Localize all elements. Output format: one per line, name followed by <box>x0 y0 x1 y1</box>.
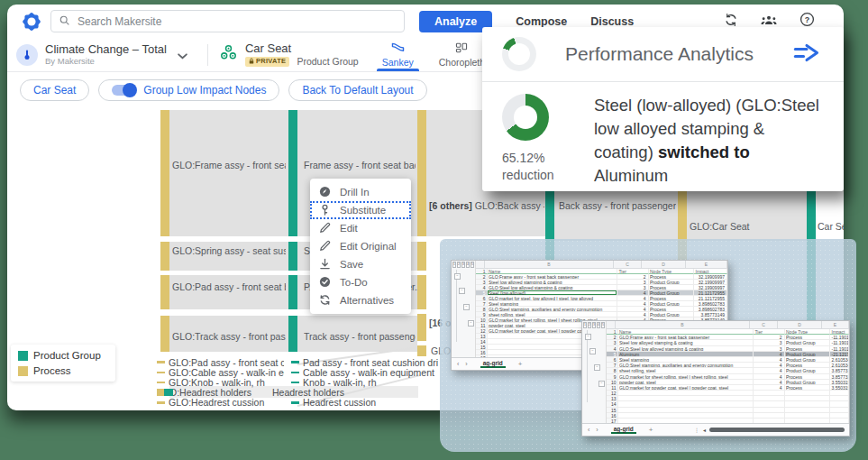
sankey-node-bar[interactable] <box>417 110 426 236</box>
menu-item-edit-original[interactable]: Edit Original <box>310 237 411 255</box>
node-label[interactable]: GLO:Spring assy - seat suspensi... <box>172 245 286 256</box>
metric-title: Climate Change – Total <box>45 43 167 57</box>
node-label[interactable]: GLO:Pad assy - front seat back p... <box>172 281 286 292</box>
sheet-next-icon[interactable]: › <box>465 361 467 367</box>
node-label[interactable]: GLO:Car Seat <box>690 221 798 232</box>
column-letters: B C D E <box>476 261 727 269</box>
toggle-switch[interactable] <box>112 85 136 96</box>
sheet-tab[interactable]: ag-grid <box>480 360 506 368</box>
spreadsheet-window-after: 12345 − − − − B C D E 1 Name <box>581 320 850 437</box>
scroll-left-icon[interactable]: ◂ <box>703 427 706 433</box>
node-label[interactable]: Car Se... <box>818 221 844 232</box>
column-letters: B C D E <box>607 321 849 329</box>
collapse-box[interactable]: − <box>594 364 600 371</box>
collapse-box[interactable]: − <box>463 304 470 310</box>
node-label[interactable]: Track assy - front passenger seat... <box>304 331 416 342</box>
sankey-node-bar[interactable] <box>417 314 426 341</box>
sheet-tab[interactable]: ag-grid <box>611 426 636 434</box>
sankey-node-bar[interactable] <box>288 110 297 236</box>
substitution-description: Steel (low-alloyed) (GLO:Steel low alloy… <box>594 94 822 188</box>
sankey-node-bar[interactable] <box>288 275 297 309</box>
node-label[interactable]: [6 others] GLO:Back assy - frc... <box>429 200 544 211</box>
collapse-box[interactable]: − <box>459 288 465 294</box>
sheet-prev-icon[interactable]: ‹ <box>457 361 459 367</box>
metric-selector[interactable]: Climate Change – Total By Makersite <box>45 43 167 67</box>
scope-title: Car Seat <box>245 42 359 56</box>
panel-title: Performance Analytics <box>565 43 754 65</box>
sankey-node-bar[interactable] <box>417 242 426 271</box>
sankey-icon <box>391 41 405 55</box>
legend-yellow-swatch <box>18 366 28 376</box>
nav-compose[interactable]: Compose <box>516 15 567 28</box>
node-context-menu: Drill In Substitute Edit Edit Original S… <box>310 179 411 314</box>
sankey-node-bar[interactable] <box>417 345 426 356</box>
menu-item-substitute[interactable]: Substitute <box>310 201 411 219</box>
menu-item-edit[interactable]: Edit <box>310 219 411 237</box>
menu-item-save[interactable]: Save <box>310 255 411 273</box>
outline-level-buttons[interactable]: 12345 <box>452 261 475 269</box>
product-group-node-label[interactable]: Knob - walk-in, rh <box>303 377 438 388</box>
makersite-logo-icon[interactable] <box>20 10 43 33</box>
node-label[interactable]: GLO:Track assy - front passenge... <box>172 331 286 342</box>
group-low-impact-toggle[interactable]: Group Low Impact Nodes <box>98 79 279 101</box>
process-node-label[interactable]: GLO:Headrest holders <box>157 387 272 398</box>
process-node-label[interactable]: GLO:Cable assy - walk-in equipm... <box>169 367 284 378</box>
product-group-marker-icon <box>291 401 299 404</box>
list-item[interactable]: GLO:Headrest holders Headrest holders <box>157 388 438 398</box>
sheet-prev-icon[interactable]: ‹ <box>588 427 589 433</box>
product-group-node-label[interactable]: Cable assy - walk-in equipment <box>303 367 438 378</box>
outline-gutter: 12345 − − − − <box>582 321 607 423</box>
list-item[interactable]: GLO:Knob - walk-in, rh Knob - walk-in, r… <box>157 377 438 387</box>
choropleth-icon <box>455 42 468 55</box>
sankey-node-bar[interactable] <box>160 242 169 271</box>
menu-item-alternatives[interactable]: Alternatives <box>310 291 411 309</box>
search-input[interactable] <box>76 14 397 29</box>
process-node-label[interactable]: GLO:Pad assy - front seat cushio... <box>169 357 284 368</box>
add-sheet-icon[interactable]: + <box>518 360 523 368</box>
collapse-box[interactable]: − <box>598 381 605 387</box>
table-body: 2 GLO:Frame assy - front seat back passe… <box>607 335 849 423</box>
process-marker-icon <box>157 401 165 404</box>
sankey-node-bar[interactable] <box>160 275 169 309</box>
product-group-node-label[interactable]: Pad assy - front seat cushion driv... <box>303 357 438 368</box>
node-label[interactable]: Frame assy - front seat back pas... <box>304 160 416 170</box>
node-label[interactable]: Back assy - front passenger seat <box>559 200 676 211</box>
tab-sankey[interactable]: Sankey <box>380 38 416 71</box>
scroll-dots-icon: ⋮ <box>694 427 699 433</box>
list-item[interactable]: GLO:Cable assy - walk-in equipm... Cable… <box>157 367 438 377</box>
collapse-box[interactable]: − <box>454 273 461 280</box>
add-sheet-icon[interactable]: + <box>649 426 653 434</box>
list-item[interactable]: GLO:Pad assy - front seat cushio... Pad … <box>157 357 438 367</box>
sankey-node-bar[interactable] <box>288 242 297 271</box>
node-label[interactable]: GLO:Frame assy - front seat bac... <box>172 160 286 170</box>
product-cluster-icon <box>219 44 238 65</box>
donut-chart <box>502 94 549 141</box>
collapse-box[interactable]: − <box>468 320 474 327</box>
low-impact-node-list: GLO:Pad assy - front seat cushio... Pad … <box>157 357 438 408</box>
chevron-down-icon[interactable] <box>178 47 187 63</box>
process-node-label[interactable]: GLO:Knob - walk-in, rh <box>169 377 284 388</box>
menu-item-drill-in[interactable]: Drill In <box>310 183 411 201</box>
root-node-chip[interactable]: Car Seat <box>20 79 89 101</box>
global-search[interactable] <box>50 10 405 32</box>
double-arrow-icon[interactable] <box>793 43 820 66</box>
process-node-label[interactable]: GLO:Headrest cussion <box>169 397 284 408</box>
tab-choropleth[interactable]: Choropleth <box>437 38 487 71</box>
panel-body: 65.12% reduction Steel (low-alloyed) (GL… <box>482 82 844 188</box>
horizontal-scrollbar[interactable] <box>709 428 845 432</box>
collapse-box[interactable]: − <box>585 334 591 340</box>
sheet-next-icon[interactable]: › <box>596 427 598 433</box>
sankey-node-bar[interactable] <box>288 316 297 352</box>
outline-level-buttons[interactable]: 12345 <box>582 321 606 329</box>
product-group-node-label[interactable]: Headrest holders <box>272 387 407 398</box>
menu-item-todo[interactable]: To-Do <box>310 273 411 291</box>
sankey-node-bar[interactable] <box>160 316 169 352</box>
nav-discuss[interactable]: Discuss <box>590 15 634 28</box>
product-group-node-label[interactable]: Headrest cussion <box>303 397 438 408</box>
drill-in-icon <box>319 186 331 199</box>
list-item[interactable]: GLO:Headrest cussion Headrest cussion <box>157 398 438 408</box>
sankey-node-bar[interactable] <box>160 110 169 236</box>
sankey-node-bar[interactable] <box>417 275 426 309</box>
back-to-default-layout-button[interactable]: Back To Default Layout <box>288 79 426 101</box>
collapse-box[interactable]: − <box>589 348 596 354</box>
